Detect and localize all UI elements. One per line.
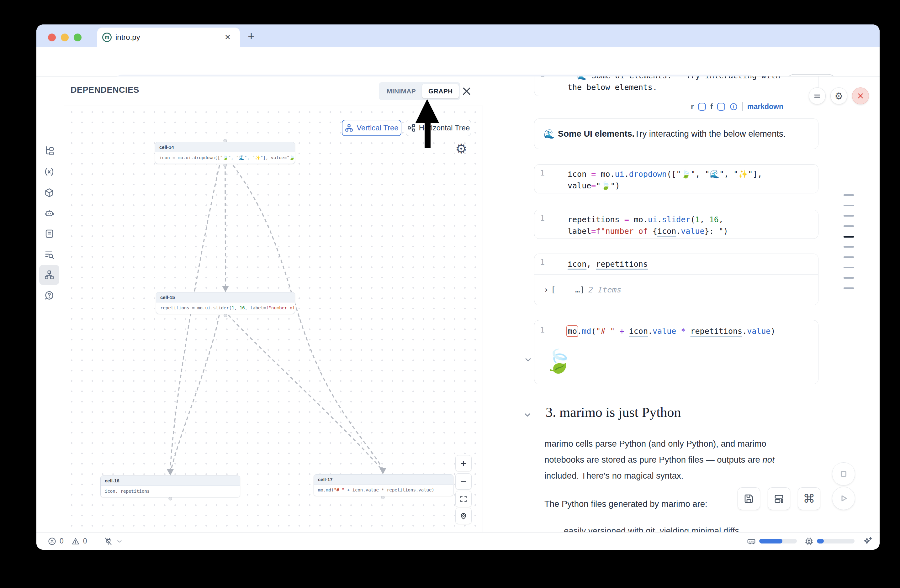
cell-language-label[interactable]: markdown [747, 102, 784, 111]
node-code: mo.md("# " + icon.value * repetitions.va… [314, 484, 453, 495]
node-title: cell-16 [101, 476, 240, 486]
collapse-chevron-icon[interactable] [524, 356, 532, 364]
run-button[interactable] [832, 487, 855, 510]
minimap-mark[interactable] [844, 225, 854, 227]
zoom-in-button[interactable]: + [455, 455, 472, 471]
layout-icon [773, 493, 785, 504]
section-collapse-chevron-icon[interactable] [523, 411, 532, 419]
minimap-mark[interactable] [844, 215, 854, 217]
minimap-mark[interactable] [844, 194, 854, 196]
graph-settings-gear-icon[interactable]: ⚙ [455, 141, 467, 156]
status-bar: 0 0 [36, 532, 880, 550]
wave-emoji: 🌊 [544, 129, 555, 139]
locate-button[interactable] [455, 508, 472, 524]
graph-edges [64, 106, 483, 532]
sidebar-item-variables[interactable] [39, 162, 59, 182]
run-toggle-checkbox[interactable] [698, 103, 706, 111]
output-text: Try interacting with the below elements. [635, 129, 785, 139]
sidebar-item-help[interactable] [39, 286, 59, 306]
info-icon[interactable] [729, 102, 738, 111]
cell-markdown-source[interactable]: 1 **🌊 Some UI elements.** Try interactin… [534, 76, 818, 96]
sidebar-item-search[interactable] [39, 245, 59, 265]
browser-tab[interactable]: m intro.py ✕ [97, 28, 240, 47]
cell-tuple[interactable]: 1 icon, repetitions › [ … ] 2 Items [534, 254, 818, 305]
cell-code[interactable]: icon = mo.ui.dropdown(["🍃", "🌊", "✨"],va… [568, 168, 762, 192]
graph-node-cell-14[interactable]: cell-14 icon = mo.ui.dropdown(["🍃", "🌊",… [155, 142, 295, 164]
minimap-mark[interactable] [844, 277, 854, 279]
graph-node-cell-16[interactable]: cell-16 icon, repetitions [100, 475, 240, 497]
chevron-down-icon[interactable] [116, 538, 123, 545]
warnings-icon[interactable] [71, 537, 80, 546]
sidebar-item-file-explorer[interactable] [39, 141, 59, 161]
fit-view-button[interactable] [455, 491, 472, 507]
cell-code[interactable]: mo.md("# " + icon.value * repetitions.va… [568, 325, 775, 337]
graph-node-cell-17[interactable]: cell-17 mo.md("# " + icon.value * repeti… [313, 474, 453, 496]
gear-icon: ⚙ [835, 91, 843, 102]
cell-menu-button[interactable] [809, 87, 826, 104]
line-number: 1 [534, 320, 560, 342]
window-close-button[interactable] [48, 34, 56, 41]
cell-dropdown[interactable]: 1 icon = mo.ui.dropdown(["🍃", "🌊", "✨"],… [534, 164, 818, 193]
cell-footer: r f markdown [534, 97, 818, 116]
save-button[interactable] [737, 487, 760, 510]
window-minimize-button[interactable] [61, 34, 69, 41]
bracket-close: ] [580, 285, 585, 294]
tuple-output[interactable]: › [ … ] 2 Items [544, 274, 818, 305]
window-zoom-button[interactable] [74, 34, 82, 41]
disconnect-plug-icon[interactable] [104, 537, 113, 546]
tab-minimap[interactable]: MINIMAP [380, 84, 422, 98]
fullscreen-icon [459, 495, 467, 503]
screenshot-root: m intro.py ✕ + ← → ↻ localhost:2718 [0, 0, 900, 588]
minimap-mark[interactable] [844, 267, 854, 268]
sidebar-item-snippets[interactable] [39, 224, 59, 244]
location-pin-icon [459, 512, 467, 520]
markdown-output: 🌊 Some UI elements. Try interacting with… [534, 119, 818, 149]
errors-icon[interactable] [48, 537, 56, 546]
cell-momd[interactable]: 1 mo.md("# " + icon.value * repetitions.… [534, 320, 818, 384]
sidebar-item-dependency-graph[interactable] [39, 265, 59, 285]
cell-code-area: 1 mo.md("# " + icon.value * repetitions.… [534, 320, 818, 342]
minimap-mark[interactable] [844, 288, 854, 289]
browser-toolbar: ← → ↻ localhost:2718 Guest [36, 47, 880, 76]
sidebar-item-ai-assistant[interactable] [39, 203, 59, 223]
node-title: cell-14 [155, 142, 295, 152]
ai-sparkle-icon[interactable] [862, 536, 873, 547]
tab-graph[interactable]: GRAPH [422, 84, 459, 98]
line-number: 1 [534, 254, 560, 274]
zoom-out-button[interactable]: − [455, 473, 472, 490]
minimap-mark[interactable] [844, 205, 854, 206]
dependency-graph-canvas[interactable]: Vertical Tree Horizontal Tree ⚙ cell-14 … [64, 106, 483, 532]
tab-close-icon[interactable]: ✕ [223, 32, 232, 42]
graph-node-cell-15[interactable]: cell-15 repetitions = mo.ui.slider(1, 16… [156, 292, 295, 314]
minimap-mark[interactable] [844, 236, 854, 238]
minimap-mark[interactable] [844, 246, 854, 248]
horizontal-tree-button[interactable]: Horizontal Tree [406, 120, 471, 136]
shutdown-button[interactable] [852, 87, 869, 104]
section-paragraph-2: The Python files generated by marimo are… [545, 496, 708, 512]
panel-close-icon[interactable] [461, 86, 472, 96]
hamburger-icon [813, 91, 822, 100]
node-code: icon, repetitions [101, 486, 240, 497]
layout-button[interactable] [768, 487, 790, 510]
collapsed-ellipsis[interactable]: … [575, 285, 580, 294]
cell-slider[interactable]: 1 repetitions = mo.ui.slider(1, 16,label… [534, 210, 818, 239]
cpu-usage-bar [817, 539, 855, 543]
node-code: repetitions = mo.ui.slider(1, 16, label=… [156, 302, 295, 313]
leaf-emoji-output: 🍃 [545, 348, 573, 374]
vertical-tree-button[interactable]: Vertical Tree [342, 120, 401, 136]
minimap-mark[interactable] [844, 256, 854, 258]
format-toggle-checkbox[interactable] [717, 103, 725, 111]
cell-code[interactable]: repetitions = mo.ui.slider(1, 16,label=f… [568, 214, 728, 237]
expand-chevron[interactable]: › [544, 285, 548, 294]
keyboard-shortcuts-button[interactable]: ⌘ [798, 487, 820, 510]
new-tab-button[interactable]: + [248, 31, 254, 41]
notebook-settings-button[interactable]: ⚙ [830, 87, 847, 104]
sidebar-item-packages[interactable] [39, 183, 59, 203]
line-number: 1 [534, 164, 560, 193]
cell-code[interactable]: **🌊 Some UI elements.** Try interacting … [568, 76, 780, 93]
cell-code-area: 1 icon, repetitions [534, 254, 818, 275]
stop-button[interactable] [832, 462, 855, 486]
cell-code[interactable]: icon, repetitions [568, 258, 648, 270]
memory-usage-bar [759, 539, 797, 543]
section-heading: 3. marimo is just Python [546, 404, 681, 420]
